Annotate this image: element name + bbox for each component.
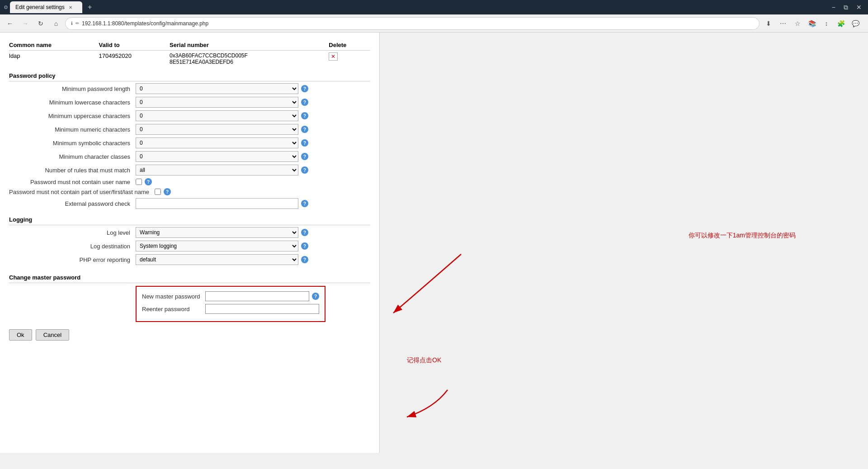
min-symbolic-select[interactable]: 0123 (136, 137, 298, 148)
main-content: Common name Valid to Serial number Delet… (0, 33, 380, 453)
external-check-input[interactable] (136, 198, 298, 209)
col-common-name: Common name (9, 40, 99, 51)
min-uppercase-control: 0123 ? (136, 110, 308, 121)
min-numeric-row: Minimum numeric characters 0123 ? (9, 124, 370, 135)
tab-close-button[interactable]: ✕ (67, 4, 74, 10)
rules-match-control: all123 ? (136, 165, 308, 175)
external-check-row: External password check ? (9, 198, 370, 209)
browser-right-icons: ⬇ ⋯ ☆ 📚 ↕ 🧩 💬 (762, 17, 864, 30)
minimize-button[interactable]: − (829, 3, 838, 12)
url-text: 192.168.1.1:8080/templates/config/mainma… (82, 20, 208, 27)
help-icon-external-check[interactable]: ? (301, 200, 308, 207)
extensions-icon[interactable]: 🧩 (835, 17, 847, 30)
reenter-password-label: Reenter password (142, 306, 205, 313)
min-lowercase-row: Minimum lowercase characters 0123 ? (9, 97, 370, 108)
log-level-select[interactable]: WarningErrorInfoDebugNone (136, 227, 298, 238)
min-char-classes-control: 0123 ? (136, 151, 308, 162)
min-char-classes-row: Minimum character classes 0123 ? (9, 151, 370, 162)
address-bar[interactable]: ℹ ✏ 192.168.1.1:8080/templates/config/ma… (65, 17, 760, 30)
help-icon-no-firstname[interactable]: ? (164, 188, 171, 195)
security-icon: ℹ (71, 21, 73, 26)
new-master-password-input[interactable] (205, 291, 309, 301)
no-username-checkbox[interactable] (136, 179, 142, 185)
help-icon-log-level[interactable]: ? (301, 229, 308, 236)
ok-button[interactable]: Ok (9, 329, 32, 341)
new-tab-button[interactable]: + (84, 1, 95, 13)
min-uppercase-row: Minimum uppercase characters 0123 ? (9, 110, 370, 121)
min-symbolic-control: 0123 ? (136, 137, 308, 148)
log-level-row: Log level WarningErrorInfoDebugNone ? (9, 227, 370, 238)
help-icon-uppercase[interactable]: ? (301, 112, 308, 119)
min-lowercase-control: 0123 ? (136, 97, 308, 108)
min-symbolic-row: Minimum symbolic characters 0123 ? (9, 137, 370, 148)
help-icon-new-password[interactable]: ? (312, 293, 319, 300)
cert-delete-button[interactable]: ✕ (329, 52, 338, 61)
col-valid-to: Valid to (99, 40, 170, 51)
reenter-password-row: Reenter password (142, 304, 319, 314)
min-password-length-label: Minimum password length (9, 85, 136, 92)
active-tab[interactable]: Edit general settings ✕ (10, 1, 82, 13)
no-firstname-label: Password must not contain part of user/f… (9, 189, 155, 195)
restore-button[interactable]: ⧉ (841, 3, 851, 12)
min-numeric-select[interactable]: 0123 (136, 124, 298, 135)
reload-button[interactable]: ↻ (34, 17, 47, 30)
table-row: ldap 1704952020 0x3AB60FAC7CCBCD5CD005F8… (9, 51, 370, 67)
no-firstname-checkbox[interactable] (155, 189, 161, 195)
master-password-box: New master password ? Reenter password (136, 286, 326, 322)
min-password-length-control: 012468 ? (136, 83, 308, 94)
browser-titlebar: ⚙ Edit general settings ✕ + − ⧉ ✕ (0, 0, 868, 14)
min-lowercase-label: Minimum lowercase characters (9, 99, 136, 106)
help-icon-lowercase[interactable]: ? (301, 99, 308, 106)
back-button[interactable]: ← (4, 17, 16, 30)
forward-button[interactable]: → (19, 17, 32, 30)
close-button[interactable]: ✕ (854, 3, 864, 12)
php-error-row: PHP error reporting defaultonoff ? (9, 254, 370, 265)
log-destination-control: System loggingFileDatabase ? (136, 241, 308, 251)
rules-match-row: Number of rules that must match all123 ? (9, 165, 370, 175)
min-password-length-row: Minimum password length 012468 ? (9, 83, 370, 94)
log-destination-row: Log destination System loggingFileDataba… (9, 241, 370, 251)
help-icon-rules-match[interactable]: ? (301, 166, 308, 174)
cert-common-name: ldap (9, 51, 99, 67)
downloads-icon[interactable]: ⬇ (762, 17, 775, 30)
rules-match-select[interactable]: all123 (136, 165, 298, 175)
window-controls: − ⧉ ✕ (829, 3, 864, 12)
sync-icon[interactable]: ↕ (820, 17, 833, 30)
cancel-button[interactable]: Cancel (36, 329, 69, 341)
new-master-password-label: New master password (142, 293, 205, 300)
tab-title: Edit general settings (15, 4, 65, 10)
reenter-password-input[interactable] (205, 304, 319, 314)
bookmark-icon[interactable]: ☆ (791, 17, 804, 30)
min-uppercase-select[interactable]: 0123 (136, 110, 298, 121)
bookmark2-icon[interactable]: 📚 (806, 17, 818, 30)
min-char-classes-label: Minimum character classes (9, 153, 136, 160)
help-icon-log-destination[interactable]: ? (301, 242, 308, 250)
annotation-right-text: 你可以修改一下1am管理控制台的密码 (689, 232, 796, 240)
min-password-length-select[interactable]: 012468 (136, 83, 298, 94)
external-check-control: ? (136, 198, 308, 209)
chat-icon[interactable]: 💬 (849, 17, 862, 30)
cert-delete-cell: ✕ (329, 51, 370, 67)
no-username-control: ? (136, 178, 152, 185)
min-lowercase-select[interactable]: 0123 (136, 97, 298, 108)
menu-button[interactable]: ⋯ (777, 17, 789, 30)
col-delete: Delete (329, 40, 370, 51)
log-destination-label: Log destination (9, 243, 136, 250)
help-icon-php-error[interactable]: ? (301, 256, 308, 263)
help-icon-symbolic[interactable]: ? (301, 139, 308, 147)
annotation-arrows (380, 33, 868, 453)
help-icon-char-classes[interactable]: ? (301, 153, 308, 160)
home-button[interactable]: ⌂ (50, 17, 62, 30)
change-master-password-header: Change master password (9, 274, 370, 283)
help-icon-min-length[interactable]: ? (301, 85, 308, 92)
certificate-table: Common name Valid to Serial number Delet… (9, 40, 370, 67)
php-error-select[interactable]: defaultonoff (136, 254, 298, 265)
help-icon-no-username[interactable]: ? (145, 178, 152, 185)
min-symbolic-label: Minimum symbolic characters (9, 140, 136, 147)
no-username-row: Password must not contain user name ? (9, 178, 370, 185)
help-icon-numeric[interactable]: ? (301, 126, 308, 133)
log-destination-select[interactable]: System loggingFileDatabase (136, 241, 298, 251)
min-char-classes-select[interactable]: 0123 (136, 151, 298, 162)
cert-valid-to: 1704952020 (99, 51, 170, 67)
password-policy-header: Password policy (9, 72, 370, 81)
